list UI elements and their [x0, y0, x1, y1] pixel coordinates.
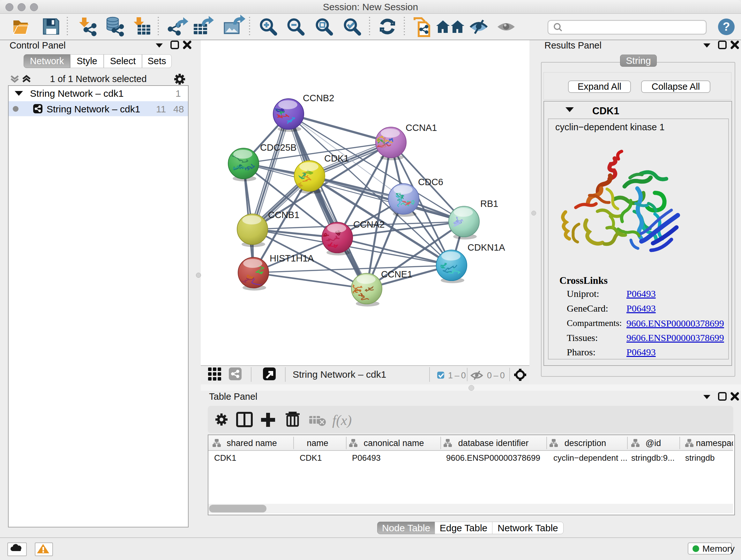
svg-text:shared name: shared name: [226, 438, 277, 448]
svg-text:String Network – cdk1: String Network – cdk1: [293, 369, 386, 380]
svg-text:1 – 0: 1 – 0: [448, 371, 466, 380]
svg-text:name: name: [307, 438, 328, 448]
svg-text:CCNA1: CCNA1: [406, 123, 437, 133]
svg-text:CDKN1A: CDKN1A: [468, 242, 505, 253]
svg-text:CCNB1: CCNB1: [268, 210, 299, 220]
svg-text:0 – 0: 0 – 0: [487, 371, 505, 380]
svg-text:description: description: [564, 438, 606, 448]
svg-text:CCNE1: CCNE1: [381, 269, 412, 279]
svg-text:CCNB2: CCNB2: [303, 93, 334, 103]
svg-text:f(x): f(x): [332, 413, 352, 428]
svg-text:CDK1: CDK1: [324, 153, 349, 164]
svg-text:canonical name: canonical name: [363, 438, 424, 448]
svg-text:?: ?: [723, 20, 730, 33]
svg-text:RB1: RB1: [480, 199, 498, 209]
svg-text:database identifier: database identifier: [458, 438, 529, 448]
svg-text:CCNA2: CCNA2: [353, 219, 385, 230]
svg-text:namespac: namespac: [696, 438, 733, 448]
svg-text:CDC25B: CDC25B: [260, 142, 296, 152]
svg-text:CDC6: CDC6: [418, 177, 443, 187]
svg-text:HIST1H1A: HIST1H1A: [270, 253, 314, 263]
svg-text:@id: @id: [646, 438, 661, 448]
